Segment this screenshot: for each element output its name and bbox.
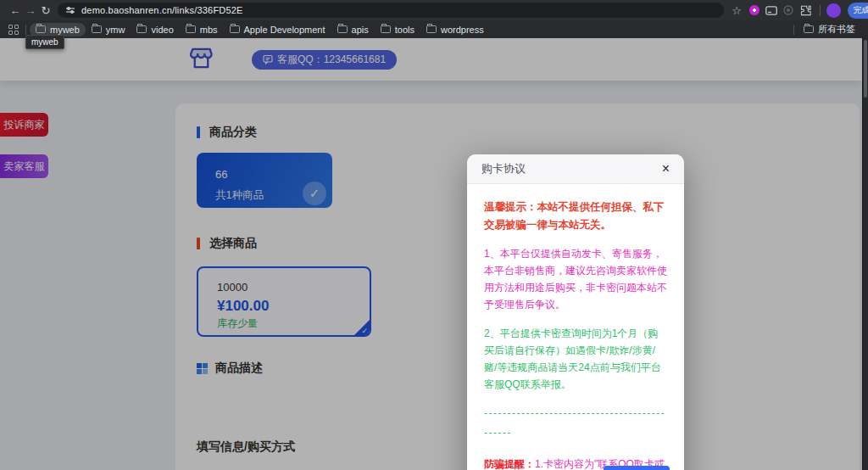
bookmark-folder-wordpress[interactable]: wordpress bbox=[420, 23, 490, 36]
bookmark-label: tools bbox=[395, 25, 415, 35]
folder-icon bbox=[36, 25, 46, 33]
bookmark-folder-ymw[interactable]: ymw bbox=[86, 23, 131, 36]
folder-icon bbox=[381, 25, 391, 33]
purchase-agreement-modal: 购卡协议 × 温馨提示：本站不提供任何担保、私下交易被骗一律与本站无关。 1、本… bbox=[467, 154, 684, 470]
all-bookmarks-button[interactable]: 所有书签 bbox=[798, 21, 861, 37]
modal-dashed-divider: ----------------------------------------… bbox=[484, 404, 667, 443]
back-icon[interactable]: ← bbox=[8, 3, 23, 18]
bookmarks-bar: myweb ymw video mbs Apple Development ap… bbox=[0, 20, 868, 38]
bookmark-label: myweb bbox=[50, 25, 80, 35]
bookmark-label: mbs bbox=[200, 25, 218, 35]
bookmark-label: video bbox=[151, 25, 173, 35]
bookmarks-divider bbox=[793, 25, 794, 35]
bookmarks-divider bbox=[25, 25, 26, 35]
modal-header: 购卡协议 × bbox=[467, 154, 684, 184]
chrome-update-button[interactable]: 完成更新 ⋮ bbox=[848, 3, 868, 19]
folder-icon bbox=[186, 25, 196, 33]
apps-grid-icon[interactable] bbox=[8, 25, 19, 35]
bookmark-folder-apple-development[interactable]: Apple Development bbox=[224, 23, 331, 36]
modal-paragraph-2: 2、平台提供卡密查询时间为1个月（购买后请自行保存）如遇假卡/欺诈/涉黄/赌/等… bbox=[484, 325, 667, 394]
extension-flower-icon[interactable] bbox=[748, 3, 761, 17]
bookmark-label: Apple Development bbox=[244, 25, 326, 35]
web-page: 客服QQ：12345661681 投诉商家 卖家客服 商品分类 66 共1种商品… bbox=[0, 38, 862, 470]
folder-icon bbox=[92, 25, 102, 33]
modal-title: 购卡协议 bbox=[481, 161, 662, 176]
bookmark-label: apis bbox=[352, 25, 369, 35]
bookmark-label: ymw bbox=[106, 25, 125, 35]
bookmark-folder-mbs[interactable]: mbs bbox=[180, 23, 224, 36]
page-scrollbar[interactable] bbox=[862, 38, 868, 470]
extension-card-icon[interactable] bbox=[765, 3, 778, 17]
modal-body: 温馨提示：本站不提供任何担保、私下交易被骗一律与本站无关。 1、本平台仅提供自动… bbox=[467, 184, 684, 470]
bookmark-folder-tools[interactable]: tools bbox=[375, 23, 420, 36]
bookmark-folder-apis[interactable]: apis bbox=[331, 23, 375, 36]
update-label: 完成更新 bbox=[854, 5, 868, 16]
modal-confirm-button[interactable] bbox=[604, 466, 670, 470]
all-bookmarks-label: 所有书签 bbox=[818, 23, 855, 36]
bookmark-tooltip: myweb bbox=[25, 35, 64, 49]
extension-disabled-icon[interactable] bbox=[782, 3, 795, 17]
scrollbar-thumb[interactable] bbox=[864, 40, 867, 98]
modal-warning-text: 温馨提示：本站不提供任何担保、私下交易被骗一律与本站无关。 bbox=[484, 199, 667, 234]
close-icon[interactable]: × bbox=[662, 162, 670, 176]
address-bar[interactable]: demo.baoshanren.cn/links/336FD52E bbox=[58, 3, 724, 18]
url-text: demo.baoshanren.cn/links/336FD52E bbox=[81, 5, 243, 15]
profile-avatar[interactable] bbox=[826, 3, 841, 18]
toolbar-divider bbox=[820, 5, 821, 16]
browser-toolbar: ← → ↻ demo.baoshanren.cn/links/336FD52E … bbox=[0, 0, 868, 20]
folder-icon bbox=[230, 25, 240, 33]
modal-paragraph-1: 1、本平台仅提供自动发卡、寄售服务，本平台非销售商，建议先咨询卖家软件使用方法和… bbox=[484, 245, 667, 314]
folder-icon bbox=[426, 25, 437, 33]
folder-icon bbox=[804, 25, 814, 33]
extensions-puzzle-icon[interactable] bbox=[798, 3, 812, 17]
forward-icon[interactable]: → bbox=[23, 3, 38, 18]
site-info-icon[interactable] bbox=[65, 5, 75, 15]
reload-icon[interactable]: ↻ bbox=[38, 3, 53, 18]
bookmark-folder-video[interactable]: video bbox=[131, 23, 179, 36]
bookmark-label: wordpress bbox=[441, 25, 484, 35]
folder-icon bbox=[337, 25, 348, 33]
fraud-alert-lead: 防骗提醒： bbox=[484, 458, 535, 470]
modal-overlay bbox=[0, 38, 862, 470]
bookmark-star-icon[interactable]: ☆ bbox=[729, 3, 744, 18]
folder-icon bbox=[136, 25, 147, 33]
